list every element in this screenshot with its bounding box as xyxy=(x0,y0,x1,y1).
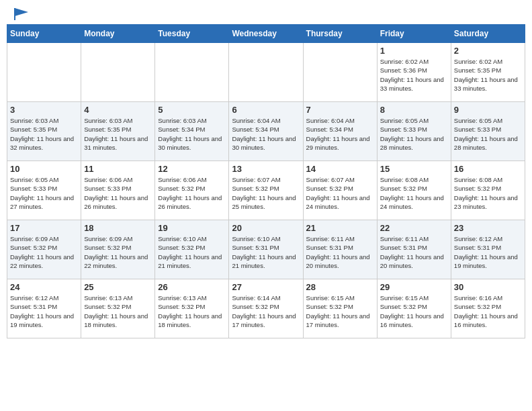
calendar-day-cell: 10Sunrise: 6:05 AMSunset: 5:33 PMDayligh… xyxy=(7,161,81,220)
calendar-day-cell: 13Sunrise: 6:07 AMSunset: 5:32 PMDayligh… xyxy=(229,161,303,220)
day-number: 15 xyxy=(380,164,448,174)
day-number: 7 xyxy=(306,105,374,115)
calendar-day-cell: 26Sunrise: 6:13 AMSunset: 5:32 PMDayligh… xyxy=(155,279,229,338)
day-info: Sunrise: 6:14 AMSunset: 5:32 PMDaylight:… xyxy=(232,293,300,329)
day-info: Sunrise: 6:15 AMSunset: 5:32 PMDaylight:… xyxy=(380,293,448,329)
day-info: Sunrise: 6:16 AMSunset: 5:32 PMDaylight:… xyxy=(454,293,522,329)
calendar-col-header: Friday xyxy=(377,25,451,43)
day-number: 18 xyxy=(84,223,152,233)
calendar-header-row: SundayMondayTuesdayWednesdayThursdayFrid… xyxy=(7,25,525,43)
day-number: 5 xyxy=(158,105,226,115)
day-info: Sunrise: 6:15 AMSunset: 5:32 PMDaylight:… xyxy=(306,293,374,329)
calendar-day-cell xyxy=(7,43,81,102)
day-info: Sunrise: 6:02 AMSunset: 5:35 PMDaylight:… xyxy=(454,57,522,93)
day-number: 4 xyxy=(84,105,152,115)
logo-flag-icon xyxy=(12,7,31,21)
calendar-day-cell: 18Sunrise: 6:09 AMSunset: 5:32 PMDayligh… xyxy=(81,220,155,279)
day-number: 3 xyxy=(10,105,78,115)
calendar-day-cell: 22Sunrise: 6:11 AMSunset: 5:31 PMDayligh… xyxy=(377,220,451,279)
day-info: Sunrise: 6:10 AMSunset: 5:31 PMDaylight:… xyxy=(232,234,300,270)
calendar-day-cell: 3Sunrise: 6:03 AMSunset: 5:35 PMDaylight… xyxy=(7,102,81,161)
calendar-week-row: 3Sunrise: 6:03 AMSunset: 5:35 PMDaylight… xyxy=(7,102,525,161)
day-info: Sunrise: 6:05 AMSunset: 5:33 PMDaylight:… xyxy=(10,175,78,211)
day-info: Sunrise: 6:07 AMSunset: 5:32 PMDaylight:… xyxy=(306,175,374,211)
calendar-day-cell xyxy=(81,43,155,102)
day-info: Sunrise: 6:09 AMSunset: 5:32 PMDaylight:… xyxy=(84,234,152,270)
calendar-week-row: 24Sunrise: 6:12 AMSunset: 5:31 PMDayligh… xyxy=(7,279,525,338)
calendar-week-row: 1Sunrise: 6:02 AMSunset: 5:36 PMDaylight… xyxy=(7,43,525,102)
calendar-day-cell: 16Sunrise: 6:08 AMSunset: 5:32 PMDayligh… xyxy=(451,161,525,220)
calendar-day-cell: 11Sunrise: 6:06 AMSunset: 5:33 PMDayligh… xyxy=(81,161,155,220)
calendar-col-header: Saturday xyxy=(451,25,525,43)
day-number: 28 xyxy=(306,282,374,292)
day-info: Sunrise: 6:08 AMSunset: 5:32 PMDaylight:… xyxy=(380,175,448,211)
calendar-table: SundayMondayTuesdayWednesdayThursdayFrid… xyxy=(7,24,525,338)
calendar-col-header: Thursday xyxy=(303,25,377,43)
day-number: 8 xyxy=(380,105,448,115)
calendar-week-row: 10Sunrise: 6:05 AMSunset: 5:33 PMDayligh… xyxy=(7,161,525,220)
day-number: 23 xyxy=(454,223,522,233)
page-header xyxy=(7,7,525,19)
day-info: Sunrise: 6:08 AMSunset: 5:32 PMDaylight:… xyxy=(454,175,522,211)
calendar-day-cell: 30Sunrise: 6:16 AMSunset: 5:32 PMDayligh… xyxy=(451,279,525,338)
day-number: 29 xyxy=(380,282,448,292)
day-number: 20 xyxy=(232,223,300,233)
calendar-day-cell: 12Sunrise: 6:06 AMSunset: 5:32 PMDayligh… xyxy=(155,161,229,220)
day-info: Sunrise: 6:13 AMSunset: 5:32 PMDaylight:… xyxy=(84,293,152,329)
day-number: 11 xyxy=(84,164,152,174)
day-number: 2 xyxy=(454,46,522,56)
calendar-col-header: Tuesday xyxy=(155,25,229,43)
calendar-day-cell: 6Sunrise: 6:04 AMSunset: 5:34 PMDaylight… xyxy=(229,102,303,161)
day-info: Sunrise: 6:09 AMSunset: 5:32 PMDaylight:… xyxy=(10,234,78,270)
calendar-day-cell: 23Sunrise: 6:12 AMSunset: 5:31 PMDayligh… xyxy=(451,220,525,279)
calendar-day-cell: 14Sunrise: 6:07 AMSunset: 5:32 PMDayligh… xyxy=(303,161,377,220)
day-info: Sunrise: 6:05 AMSunset: 5:33 PMDaylight:… xyxy=(454,116,522,152)
calendar-day-cell: 4Sunrise: 6:03 AMSunset: 5:35 PMDaylight… xyxy=(81,102,155,161)
calendar-day-cell: 21Sunrise: 6:11 AMSunset: 5:31 PMDayligh… xyxy=(303,220,377,279)
day-number: 9 xyxy=(454,105,522,115)
day-number: 24 xyxy=(10,282,78,292)
calendar-day-cell: 5Sunrise: 6:03 AMSunset: 5:34 PMDaylight… xyxy=(155,102,229,161)
day-number: 17 xyxy=(10,223,78,233)
day-number: 16 xyxy=(454,164,522,174)
day-info: Sunrise: 6:10 AMSunset: 5:32 PMDaylight:… xyxy=(158,234,226,270)
day-info: Sunrise: 6:04 AMSunset: 5:34 PMDaylight:… xyxy=(232,116,300,152)
calendar-day-cell: 9Sunrise: 6:05 AMSunset: 5:33 PMDaylight… xyxy=(451,102,525,161)
calendar-day-cell: 2Sunrise: 6:02 AMSunset: 5:35 PMDaylight… xyxy=(451,43,525,102)
day-number: 22 xyxy=(380,223,448,233)
day-info: Sunrise: 6:05 AMSunset: 5:33 PMDaylight:… xyxy=(380,116,448,152)
calendar-col-header: Wednesday xyxy=(229,25,303,43)
calendar-day-cell: 7Sunrise: 6:04 AMSunset: 5:34 PMDaylight… xyxy=(303,102,377,161)
day-info: Sunrise: 6:12 AMSunset: 5:31 PMDaylight:… xyxy=(454,234,522,270)
day-number: 30 xyxy=(454,282,522,292)
day-number: 6 xyxy=(232,105,300,115)
day-info: Sunrise: 6:03 AMSunset: 5:35 PMDaylight:… xyxy=(84,116,152,152)
calendar-day-cell: 27Sunrise: 6:14 AMSunset: 5:32 PMDayligh… xyxy=(229,279,303,338)
day-info: Sunrise: 6:02 AMSunset: 5:36 PMDaylight:… xyxy=(380,57,448,93)
day-info: Sunrise: 6:12 AMSunset: 5:31 PMDaylight:… xyxy=(10,293,78,329)
calendar-day-cell: 25Sunrise: 6:13 AMSunset: 5:32 PMDayligh… xyxy=(81,279,155,338)
day-number: 1 xyxy=(380,46,448,56)
day-number: 25 xyxy=(84,282,152,292)
day-info: Sunrise: 6:13 AMSunset: 5:32 PMDaylight:… xyxy=(158,293,226,329)
day-number: 13 xyxy=(232,164,300,174)
calendar-day-cell: 20Sunrise: 6:10 AMSunset: 5:31 PMDayligh… xyxy=(229,220,303,279)
day-number: 21 xyxy=(306,223,374,233)
day-number: 12 xyxy=(158,164,226,174)
day-info: Sunrise: 6:06 AMSunset: 5:32 PMDaylight:… xyxy=(158,175,226,211)
svg-marker-0 xyxy=(15,8,28,16)
calendar-day-cell: 28Sunrise: 6:15 AMSunset: 5:32 PMDayligh… xyxy=(303,279,377,338)
day-info: Sunrise: 6:07 AMSunset: 5:32 PMDaylight:… xyxy=(232,175,300,211)
calendar-day-cell xyxy=(229,43,303,102)
calendar-day-cell: 15Sunrise: 6:08 AMSunset: 5:32 PMDayligh… xyxy=(377,161,451,220)
calendar-day-cell: 29Sunrise: 6:15 AMSunset: 5:32 PMDayligh… xyxy=(377,279,451,338)
day-info: Sunrise: 6:03 AMSunset: 5:35 PMDaylight:… xyxy=(10,116,78,152)
day-info: Sunrise: 6:11 AMSunset: 5:31 PMDaylight:… xyxy=(380,234,448,270)
day-info: Sunrise: 6:11 AMSunset: 5:31 PMDaylight:… xyxy=(306,234,374,270)
day-info: Sunrise: 6:06 AMSunset: 5:33 PMDaylight:… xyxy=(84,175,152,211)
calendar-day-cell: 1Sunrise: 6:02 AMSunset: 5:36 PMDaylight… xyxy=(377,43,451,102)
day-number: 14 xyxy=(306,164,374,174)
calendar-col-header: Sunday xyxy=(7,25,81,43)
day-number: 19 xyxy=(158,223,226,233)
calendar-day-cell xyxy=(303,43,377,102)
